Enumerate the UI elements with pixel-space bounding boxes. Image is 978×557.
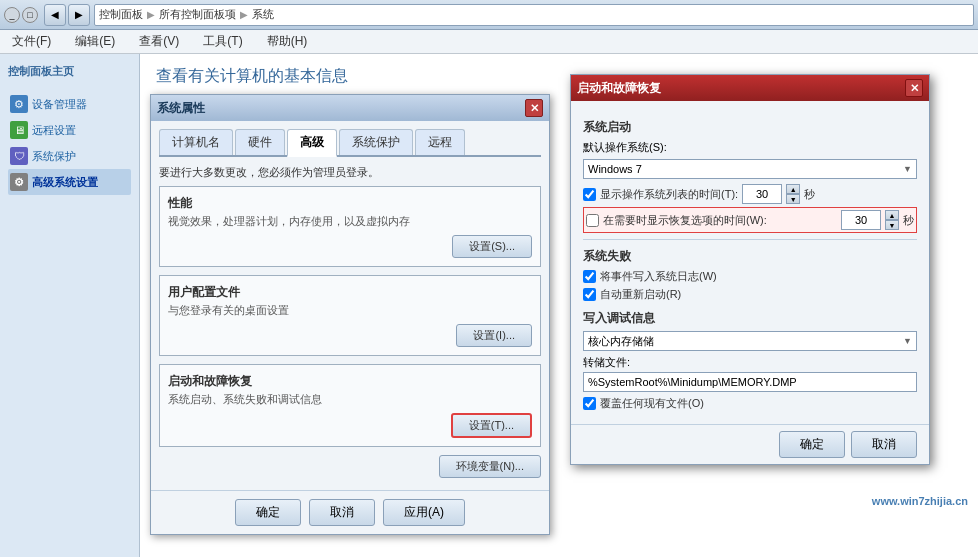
recovery-title: 启动和故障恢复 [577, 80, 661, 97]
sidebar-item-remote-settings[interactable]: 🖥 远程设置 [8, 117, 131, 143]
sidebar-label-advanced-settings: 高级系统设置 [32, 175, 98, 190]
overwrite-row: 覆盖任何现有文件(O) [583, 396, 917, 411]
recovery-close-btn[interactable]: ✕ [905, 79, 923, 97]
performance-settings-btn[interactable]: 设置(S)... [452, 235, 532, 258]
user-profiles-title: 用户配置文件 [168, 284, 532, 301]
performance-title: 性能 [168, 195, 532, 212]
auto-restart-checkbox[interactable] [583, 288, 596, 301]
tab-system-protection[interactable]: 系统保护 [339, 129, 413, 155]
performance-desc: 视觉效果，处理器计划，内存使用，以及虚拟内存 [168, 214, 532, 229]
sidebar-item-device-manager[interactable]: ⚙ 设备管理器 [8, 91, 131, 117]
show-list-label: 显示操作系统列表的时间(T): [600, 187, 738, 202]
address-bar: 控制面板 ▶ 所有控制面板项 ▶ 系统 [94, 4, 974, 26]
write-event-label: 将事件写入系统日志(W) [600, 269, 717, 284]
show-list-spinbox-group: ▲ ▼ 秒 [742, 184, 815, 204]
remote-settings-icon: 🖥 [10, 121, 28, 139]
user-profiles-desc: 与您登录有关的桌面设置 [168, 303, 532, 318]
show-recovery-row: 在需要时显示恢复选项的时间(W): ▲ ▼ 秒 [583, 207, 917, 233]
tab-remote[interactable]: 远程 [415, 129, 465, 155]
back-btn[interactable]: ◀ [44, 4, 66, 26]
window-controls[interactable]: _ □ [4, 7, 38, 23]
menu-help[interactable]: 帮助(H) [263, 31, 312, 52]
show-recovery-checkbox[interactable] [586, 214, 599, 227]
startup-recovery-desc: 系统启动、系统失败和调试信息 [168, 392, 532, 407]
startup-recovery-title: 启动和故障恢复 [168, 373, 532, 390]
show-recovery-spin-arrows[interactable]: ▲ ▼ [885, 210, 899, 230]
recovery-cancel-btn[interactable]: 取消 [851, 431, 917, 458]
show-list-spin-arrows[interactable]: ▲ ▼ [786, 184, 800, 204]
system-startup-label: 系统启动 [583, 119, 917, 136]
apply-btn[interactable]: 应用(A) [383, 499, 465, 526]
minimize-btn[interactable]: _ [4, 7, 20, 23]
sidebar-item-advanced-settings[interactable]: ⚙ 高级系统设置 [8, 169, 131, 195]
tab-computer-name[interactable]: 计算机名 [159, 129, 233, 155]
user-profiles-settings-btn[interactable]: 设置(I)... [456, 324, 532, 347]
recovery-dialog: 启动和故障恢复 ✕ 系统启动 默认操作系统(S): Windows 7 ▼ 显示… [570, 74, 930, 465]
system-props-title: 系统属性 [157, 100, 205, 117]
cancel-btn[interactable]: 取消 [309, 499, 375, 526]
recovery-titlebar: 启动和故障恢复 ✕ [571, 75, 929, 101]
show-list-spin-down[interactable]: ▼ [786, 194, 800, 204]
maximize-btn[interactable]: □ [22, 7, 38, 23]
auto-restart-label: 自动重新启动(R) [600, 287, 681, 302]
addr-sep-1: ▶ [147, 9, 155, 20]
performance-section: 性能 视觉效果，处理器计划，内存使用，以及虚拟内存 设置(S)... [159, 186, 541, 267]
intro-text: 要进行大多数更改，您必须作为管理员登录。 [159, 165, 541, 180]
tab-advanced[interactable]: 高级 [287, 129, 337, 157]
system-protection-icon: 🛡 [10, 147, 28, 165]
show-recovery-label: 在需要时显示恢复选项的时间(W): [603, 213, 837, 228]
ok-btn[interactable]: 确定 [235, 499, 301, 526]
default-os-label: 默认操作系统(S): [583, 140, 917, 155]
sidebar-item-system-protection[interactable]: 🛡 系统保护 [8, 143, 131, 169]
menu-edit[interactable]: 编辑(E) [71, 31, 119, 52]
show-recovery-spinbox-group: ▲ ▼ 秒 [841, 210, 914, 230]
main-content: 控制面板主页 ⚙ 设备管理器 🖥 远程设置 🛡 系统保护 ⚙ 高级系统设置 查看… [0, 54, 978, 557]
show-list-spin-up[interactable]: ▲ [786, 184, 800, 194]
sidebar-label-system-protection: 系统保护 [32, 149, 76, 164]
dump-file-label: 转储文件: [583, 355, 917, 370]
debug-dropdown-arrow: ▼ [903, 336, 912, 346]
page-area: 查看有关计算机的基本信息 系统属性 ✕ 计算机名 硬件 高级 系统保护 远程 要… [140, 54, 978, 557]
show-list-spinbox[interactable] [742, 184, 782, 204]
system-props-tabs: 计算机名 硬件 高级 系统保护 远程 [159, 129, 541, 157]
system-props-titlebar: 系统属性 ✕ [151, 95, 549, 121]
forward-btn[interactable]: ▶ [68, 4, 90, 26]
show-recovery-spin-up[interactable]: ▲ [885, 210, 899, 220]
show-recovery-spin-down[interactable]: ▼ [885, 220, 899, 230]
show-list-checkbox[interactable] [583, 188, 596, 201]
recovery-ok-btn[interactable]: 确定 [779, 431, 845, 458]
device-manager-icon: ⚙ [10, 95, 28, 113]
sidebar-title: 控制面板主页 [8, 62, 131, 81]
menu-tools[interactable]: 工具(T) [199, 31, 246, 52]
addr-sep-2: ▶ [240, 9, 248, 20]
overwrite-checkbox[interactable] [583, 397, 596, 410]
addr-part-3: 系统 [252, 7, 274, 22]
menu-view[interactable]: 查看(V) [135, 31, 183, 52]
debug-type-dropdown[interactable]: 核心内存储储 ▼ [583, 331, 917, 351]
debug-type-value: 核心内存储储 [588, 334, 654, 349]
write-event-checkbox[interactable] [583, 270, 596, 283]
recovery-footer: 确定 取消 [571, 424, 929, 464]
menu-file[interactable]: 文件(F) [8, 31, 55, 52]
recovery-body: 系统启动 默认操作系统(S): Windows 7 ▼ 显示操作系统列表的时间(… [571, 101, 929, 424]
auto-restart-row: 自动重新启动(R) [583, 287, 917, 302]
startup-recovery-settings-btn[interactable]: 设置(T)... [451, 413, 532, 438]
tab-hardware[interactable]: 硬件 [235, 129, 285, 155]
show-recovery-spinbox[interactable] [841, 210, 881, 230]
show-list-unit: 秒 [804, 187, 815, 202]
sidebar-label-device-manager: 设备管理器 [32, 97, 87, 112]
startup-recovery-section: 启动和故障恢复 系统启动、系统失败和调试信息 设置(T)... [159, 364, 541, 447]
default-os-value: Windows 7 [588, 163, 642, 175]
user-profiles-section: 用户配置文件 与您登录有关的桌面设置 设置(I)... [159, 275, 541, 356]
addr-part-2: 所有控制面板项 [159, 7, 236, 22]
env-variables-btn[interactable]: 环境变量(N)... [439, 455, 541, 478]
default-os-dropdown[interactable]: Windows 7 ▼ [583, 159, 917, 179]
sidebar: 控制面板主页 ⚙ 设备管理器 🖥 远程设置 🛡 系统保护 ⚙ 高级系统设置 [0, 54, 140, 557]
watermark: www.win7zhijia.cn [872, 495, 968, 507]
system-props-dialog: 系统属性 ✕ 计算机名 硬件 高级 系统保护 远程 要进行大多数更改，您必须作为… [150, 94, 550, 535]
system-props-close-btn[interactable]: ✕ [525, 99, 543, 117]
dump-file-input[interactable] [583, 372, 917, 392]
show-list-row: 显示操作系统列表的时间(T): ▲ ▼ 秒 [583, 184, 917, 204]
nav-arrows[interactable]: ◀ ▶ [44, 4, 90, 26]
write-event-row: 将事件写入系统日志(W) [583, 269, 917, 284]
